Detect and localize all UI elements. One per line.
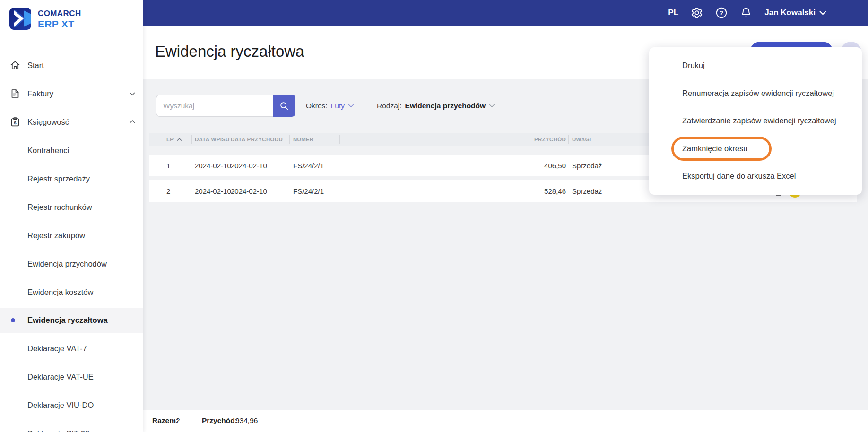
sidebar-item-deklaracje-viudo[interactable]: Deklaracje VIU-DO (0, 394, 143, 416)
okres-filter[interactable]: Okres: Luty (306, 95, 354, 117)
column-header-data-wpisu[interactable]: DATA WPISU (195, 133, 230, 146)
chevron-down-icon (129, 90, 136, 97)
okres-value: Luty (331, 102, 345, 110)
cell-data-przychodu: 2024-02-10 (231, 180, 267, 202)
sidebar-item-ewidencja-kosztow[interactable]: Ewidencja kosztów (0, 281, 143, 303)
sidebar-item-ewidencja-przychodow[interactable]: Ewidencja przychodów (0, 252, 143, 275)
razem-value: 2 (176, 416, 180, 425)
search-input[interactable] (156, 95, 273, 117)
cell-uwagi: Sprzedaż (572, 155, 602, 176)
svg-text:?: ? (720, 9, 723, 17)
sort-asc-icon (177, 138, 182, 141)
chevron-down-icon (819, 10, 826, 15)
menu-item-label: Zatwierdzanie zapisów ewidencji ryczałto… (682, 116, 836, 125)
column-header-numer[interactable]: NUMER (293, 133, 314, 146)
help-icon[interactable]: ? (715, 7, 728, 19)
app-window: PL ? Jan Kowalski (0, 0, 868, 432)
search-group (156, 95, 295, 117)
menu-item-drukuj[interactable]: Drukuj (649, 54, 862, 76)
menu-item-zatwierdzanie[interactable]: Zatwierdzanie zapisów ewidencji ryczałto… (649, 110, 862, 131)
column-divider (227, 135, 227, 144)
search-icon (279, 101, 289, 111)
cell-data-przychodu: 2024-02-10 (231, 155, 267, 176)
brand-line2: ERP XT (38, 19, 81, 29)
sidebar-item-deklaracje-vat7[interactable]: Deklaracje VAT-7 (0, 337, 143, 360)
chevron-down-icon (489, 104, 495, 108)
sidebar-item-label: Start (27, 61, 44, 70)
brand-line1: COMARCH (38, 9, 81, 17)
sidebar-item-ewidencja-ryczaltowa-selected[interactable]: Ewidencja ryczałtowa (0, 308, 143, 333)
sidebar-item-label: Kontrahenci (27, 146, 69, 155)
selected-bullet-icon (11, 318, 15, 322)
column-label: DATA WPISU (195, 137, 230, 142)
column-header-data-przychodu[interactable]: DATA PRZYCHODU (231, 133, 283, 146)
sidebar-item-label: Faktury (27, 89, 53, 98)
user-name: Jan Kowalski (764, 8, 816, 17)
chevron-up-icon (129, 118, 136, 126)
chevron-down-icon (348, 104, 354, 108)
cell-przychod: 406,50 (499, 155, 566, 176)
column-header-uwagi[interactable]: UWAGI (572, 133, 591, 146)
sidebar-item-ksiegowosc[interactable]: $ Księgowość (0, 111, 143, 133)
cell-data-wpisu: 2024-02-10 (195, 180, 231, 202)
sidebar-item-label: Deklaracje VAT-UE (27, 372, 94, 381)
column-label: NUMER (293, 137, 314, 142)
ledger-icon: $ (9, 116, 21, 128)
notifications-bell-icon[interactable] (740, 7, 752, 19)
sidebar-item-deklaracje-pit28[interactable]: Deklaracje PIT-28 (0, 422, 143, 432)
column-label: UWAGI (572, 137, 591, 142)
column-label: DATA PRZYCHODU (231, 137, 283, 142)
context-menu: Drukuj Renumeracja zapisów ewidencji ryc… (649, 47, 862, 195)
sidebar-item-rejestr-rachunkow[interactable]: Rejestr rachunków (0, 196, 143, 218)
summary-bar: Razem: 2 Przychód: 934,96 (143, 410, 868, 432)
sidebar-item-deklaracje-vatue[interactable]: Deklaracje VAT-UE (0, 365, 143, 388)
sidebar-item-label: Deklaracje PIT-28 (27, 429, 89, 432)
menu-item-zamkniecie-okresu[interactable]: Zamknięcie okresu (649, 138, 862, 159)
svg-text:$: $ (14, 120, 17, 125)
column-divider (289, 135, 290, 144)
menu-item-eksportuj-excel[interactable]: Eksportuj dane do arkusza Excel (649, 165, 862, 187)
sidebar-item-label: Rejestr zakupów (27, 231, 85, 240)
okres-label: Okres: (306, 102, 328, 110)
comarch-logo-text: COMARCH ERP XT (38, 8, 81, 29)
przychod-label: Przychód: (202, 416, 237, 425)
menu-item-label: Eksportuj dane do arkusza Excel (682, 172, 796, 181)
settings-gear-icon[interactable] (691, 7, 703, 19)
column-header-lp[interactable]: LP (166, 133, 182, 146)
sidebar-item-kontrahenci[interactable]: Kontrahenci (0, 139, 143, 162)
sidebar-item-rejestr-zakupow[interactable]: Rejestr zakupów (0, 224, 143, 247)
sidebar-item-label: Księgowość (27, 118, 69, 127)
comarch-logo[interactable]: COMARCH ERP XT (9, 8, 81, 30)
sidebar-item-label: Deklaracje VIU-DO (27, 401, 94, 410)
column-divider (568, 135, 569, 144)
sidebar-item-faktury[interactable]: Faktury (0, 82, 143, 105)
comarch-logo-icon (9, 8, 31, 30)
sidebar-item-start[interactable]: Start (0, 54, 143, 77)
sidebar-item-label: Deklaracje VAT-7 (27, 344, 87, 353)
menu-item-label: Drukuj (682, 61, 705, 70)
przychod-value: 934,96 (235, 416, 258, 425)
cell-data-wpisu: 2024-02-10 (195, 155, 231, 176)
language-selector[interactable]: PL (668, 8, 678, 17)
rodzaj-filter[interactable]: Rodzaj: Ewidencja przychodów (377, 95, 495, 117)
menu-item-renumeracja[interactable]: Renumeracja zapisów ewidencji ryczałtowe… (649, 82, 862, 104)
column-divider (191, 135, 192, 144)
razem-label: Razem: (152, 416, 178, 425)
invoice-icon (9, 88, 21, 99)
sidebar-item-label: Rejestr sprzedaży (27, 174, 90, 183)
cell-numer: FS/24/2/1 (293, 180, 324, 202)
search-button[interactable] (273, 95, 295, 117)
cell-numer: FS/24/2/1 (293, 155, 324, 176)
user-menu[interactable]: Jan Kowalski (764, 8, 826, 17)
column-label: PRZYCHÓD (534, 137, 566, 142)
column-label: LP (166, 137, 174, 142)
sidebar: COMARCH ERP XT Start Faktury (0, 0, 143, 432)
menu-item-label: Zamknięcie okresu (682, 144, 747, 153)
sidebar-item-rejestr-sprzedazy[interactable]: Rejestr sprzedaży (0, 167, 143, 190)
column-header-przychod[interactable]: PRZYCHÓD (499, 133, 566, 146)
column-divider (339, 135, 340, 144)
rodzaj-label: Rodzaj: (377, 102, 402, 110)
cell-uwagi: Sprzedaż (572, 180, 602, 202)
sidebar-item-label: Ewidencja kosztów (27, 288, 93, 297)
cell-lp: 1 (166, 155, 170, 176)
